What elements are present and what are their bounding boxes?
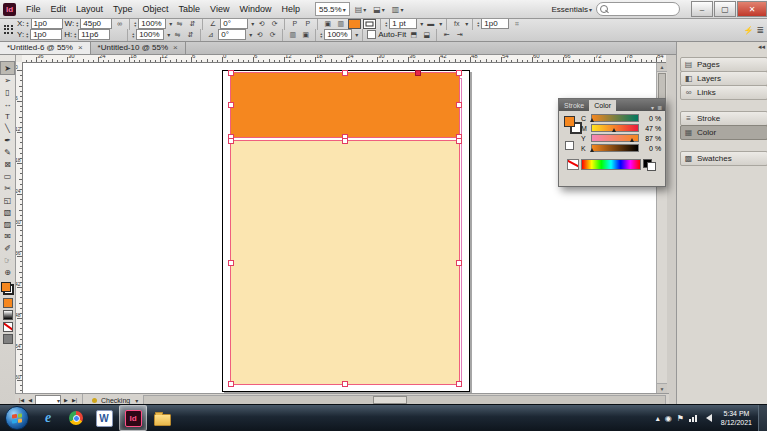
chevron-down-icon[interactable] (134, 397, 138, 404)
text-wrap-icon[interactable] (287, 30, 298, 40)
spinner-icon[interactable] (74, 32, 76, 38)
autofit-checkbox[interactable] (367, 30, 376, 39)
m-value-field[interactable]: 47 (641, 125, 653, 132)
fill-proxy[interactable] (564, 116, 575, 127)
selection-handle[interactable] (456, 102, 462, 108)
menu-object[interactable]: Object (138, 0, 174, 18)
spinner-icon[interactable] (27, 21, 29, 27)
panel-menu-icon[interactable] (657, 104, 662, 111)
k-value-field[interactable]: 0 (641, 145, 653, 152)
select-content-icon[interactable] (302, 19, 313, 29)
none-swatch[interactable] (567, 159, 579, 170)
selection-handle[interactable] (228, 260, 234, 266)
spinner-icon[interactable] (132, 32, 134, 38)
c-value-field[interactable]: 0 (641, 115, 653, 122)
tray-hidden-icons-icon[interactable]: ▴ (656, 414, 660, 423)
zoom-level-control[interactable]: 55.5% (315, 2, 350, 16)
free-transform-tool[interactable]: ◱ (1, 194, 14, 206)
apply-none-button[interactable] (1, 321, 14, 333)
workspace-switcher[interactable]: Essentials (552, 5, 592, 14)
flip-icon[interactable] (185, 30, 196, 40)
eyedropper-tool[interactable]: ✐ (1, 242, 14, 254)
document-tab-1[interactable]: *Untitled-6 @ 55%× (0, 41, 91, 54)
dock-item-links[interactable]: ∞Links (680, 85, 767, 100)
taskbar-app-indesign[interactable]: Id (119, 405, 147, 431)
menu-file[interactable]: File (21, 0, 46, 18)
color-spectrum-ramp[interactable] (581, 159, 641, 170)
pencil-tool[interactable]: ✎ (1, 146, 14, 158)
minimize-button[interactable] (691, 1, 713, 17)
hand-tool[interactable]: ☞ (1, 254, 14, 266)
taskbar-app-internet-explorer[interactable]: e (35, 406, 61, 430)
scissors-tool[interactable]: ✂ (1, 182, 14, 194)
menu-help[interactable]: Help (276, 0, 305, 18)
tray-tray-app-icon[interactable]: ◉ (665, 414, 672, 423)
rotate-ccw-icon[interactable] (256, 19, 267, 29)
effects-button[interactable]: fx (451, 19, 462, 29)
slider-marker[interactable] (630, 138, 634, 142)
previous-page-button[interactable]: ◀ (27, 397, 33, 403)
direct-selection-tool[interactable]: ➢ (1, 74, 14, 86)
spinner-icon[interactable] (76, 21, 78, 27)
selection-handle[interactable] (342, 70, 348, 76)
fill-color-swatch[interactable] (348, 19, 361, 29)
stroke-style-icon[interactable] (425, 19, 436, 29)
line-tool[interactable]: ╲ (1, 122, 14, 134)
menu-view[interactable]: View (205, 0, 234, 18)
selection-handle[interactable] (228, 381, 234, 387)
search-input[interactable] (596, 2, 680, 16)
collapse-panel-icon[interactable] (650, 104, 654, 111)
spinner-icon[interactable] (134, 21, 136, 27)
selection-handle[interactable] (228, 70, 234, 76)
shear-field[interactable]: 0° (218, 29, 246, 40)
reference-point-locator[interactable] (3, 24, 14, 35)
view-options-icon[interactable]: ▤ (353, 5, 369, 14)
vertical-ruler[interactable]: 06121824303642485460 (15, 62, 23, 393)
spinner-icon[interactable] (477, 21, 479, 27)
selection-handle[interactable] (456, 70, 462, 76)
dock-item-swatches[interactable]: ▩Swatches (680, 151, 767, 166)
indesign-app-icon[interactable]: Id (3, 3, 16, 16)
y-position-field[interactable]: 1p0 (30, 29, 62, 40)
k-slider[interactable] (591, 144, 639, 152)
frame-fitting-icon[interactable] (421, 30, 432, 40)
menu-window[interactable]: Window (234, 0, 276, 18)
rotate-icon[interactable] (267, 30, 278, 40)
selection-handle[interactable] (228, 138, 234, 144)
taskbar-app-chrome[interactable] (63, 406, 89, 430)
slider-marker[interactable] (590, 118, 594, 122)
horizontal-ruler[interactable]: 363024181260612182430364248546066727884 (22, 54, 666, 63)
taskbar-app-folder[interactable] (149, 406, 175, 430)
corner-radius-field[interactable]: 1p0 (481, 18, 509, 29)
menu-table[interactable]: Table (174, 0, 206, 18)
tray-network-icon[interactable] (689, 414, 697, 422)
tab-close-icon[interactable]: × (78, 43, 83, 52)
height-field[interactable]: 11p6 (78, 29, 110, 40)
select-container-icon[interactable] (289, 19, 300, 29)
apply-color-button[interactable] (1, 297, 14, 309)
corner-options-icon[interactable] (511, 19, 522, 29)
selection-handle[interactable] (228, 102, 234, 108)
constrain-proportions-icon[interactable] (114, 19, 125, 29)
flip-vertical-icon[interactable] (187, 19, 198, 29)
screen-mode-icon[interactable]: ⬓ (371, 5, 387, 14)
align-icon[interactable] (441, 30, 452, 40)
gradient-feather-tool[interactable]: ▨ (1, 218, 14, 230)
selection-handle[interactable] (456, 260, 462, 266)
stroke-weight-field[interactable]: 1 pt (389, 18, 417, 29)
show-desktop-button[interactable] (758, 405, 767, 431)
first-page-button[interactable]: |◀ (18, 397, 25, 403)
pen-tool[interactable]: ✒ (1, 134, 14, 146)
scroll-down-icon[interactable]: ▼ (657, 383, 667, 393)
gap-tool[interactable]: ↔ (1, 98, 14, 110)
opacity-field[interactable]: 100% (324, 29, 352, 40)
rotate-cw-icon[interactable] (269, 19, 280, 29)
slider-marker[interactable] (612, 128, 616, 132)
scale-x-field[interactable]: 100% (138, 18, 166, 29)
close-button[interactable] (737, 1, 767, 17)
scroll-up-icon[interactable]: ▲ (657, 62, 667, 72)
quick-apply-icon[interactable] (743, 25, 753, 35)
last-page-button[interactable]: ▶| (71, 397, 78, 403)
rotation-field[interactable]: 0° (220, 18, 248, 29)
spinner-icon[interactable] (385, 21, 387, 27)
